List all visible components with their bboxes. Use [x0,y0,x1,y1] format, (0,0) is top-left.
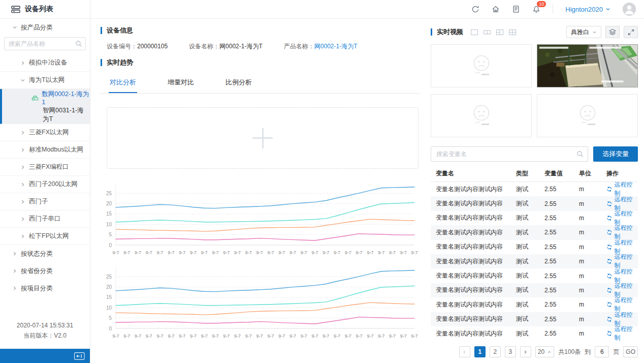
layout-grid-icon[interactable] [508,29,517,36]
svg-text:9-7: 9-7 [323,334,329,339]
home-icon[interactable] [492,5,500,13]
sidebar-category-item[interactable]: 三菱FX编程口 [0,159,90,176]
svg-text:9-7: 9-7 [190,250,197,255]
svg-text:9-7: 9-7 [311,250,318,255]
video-layout-switcher [470,29,517,36]
bell-icon[interactable]: 10 [532,5,540,13]
collapse-icon[interactable] [74,352,85,360]
svg-text:9-7: 9-7 [367,334,373,339]
layout-two-split-icon[interactable] [483,29,491,36]
sidebar-device-item[interactable]: 智网0031-1-海为T [2,106,90,124]
column-header-变量名: 变量名 [431,169,516,178]
sidebar-group-label: 按项目分类 [21,284,53,293]
user-menu[interactable]: Hignton2020 [565,6,610,13]
variable-unit-cell: m [579,301,606,308]
next-page-button[interactable] [520,346,531,357]
go-button[interactable]: GO [623,346,638,357]
layout-single-icon[interactable] [470,29,478,36]
chevron-right-icon [12,268,17,274]
svg-text:9-7: 9-7 [157,334,164,339]
tab-比例分析[interactable]: 比例分析 [224,73,253,93]
chevron-down-icon [605,7,610,12]
refresh-icon[interactable] [471,5,479,13]
sidebar-footer: 2020-07-14 15:53:31 当前版本：V2.0 [0,320,90,349]
page-button-3[interactable]: 3 [505,346,516,357]
device-info-value[interactable]: 网0002-1-海为T [314,43,358,50]
svg-text:0: 0 [109,243,112,248]
variable-unit-cell: m [579,258,606,265]
prev-page-button[interactable] [459,346,470,357]
sidebar-category-item[interactable]: 西门子 [0,193,90,210]
remote-control-icon [606,316,613,322]
add-trend-variable-box[interactable] [107,107,418,169]
sidebar-category-item[interactable]: 海为T以太网 [0,72,90,89]
sidebar-category-item[interactable]: 西门子200以太网 [0,176,90,193]
sidebar-category-item[interactable]: 西门子串口 [0,210,90,228]
sidebar-group-item[interactable]: 按状态分类 [0,245,90,262]
svg-text:9-7: 9-7 [400,250,407,255]
sidebar-group-label: 按省份分类 [21,267,53,276]
page-size-select[interactable]: 20 [535,346,554,357]
page-jump-input[interactable] [595,346,609,357]
svg-text:10: 10 [106,305,112,311]
document-icon[interactable] [512,5,520,13]
sidebar-collapse-bar[interactable] [0,349,90,363]
tab-增量对比[interactable]: 增量对比 [167,73,195,93]
variable-search-input[interactable] [431,146,588,162]
variable-name-cell: 变量名测试内容测试内容 [431,228,516,237]
svg-text:25: 25 [106,191,112,196]
chevron-down-icon [592,30,597,35]
table-row: 变量名测试内容测试内容测试2.55m 远程控制 [431,182,638,196]
select-variable-button[interactable]: 选择变量 [593,146,638,162]
sidebar-category-item[interactable]: 松下FP以太网 [0,228,90,245]
page-button-2[interactable]: 2 [490,346,501,357]
empty-video-tile[interactable] [431,94,532,137]
accent-bar [101,59,102,66]
layers-button[interactable] [605,26,620,38]
tab-对比分析[interactable]: 对比分析 [109,73,137,93]
chevron-down-icon [20,78,25,83]
sidebar-device-item[interactable]: 数网0002-1-海为1 [2,89,90,106]
no-video-placeholder-icon [467,103,496,129]
chevron-right-icon [20,234,25,239]
search-icon[interactable] [75,40,82,47]
remote-control-link[interactable]: 远程控制 [606,325,638,342]
page-button-1[interactable]: 1 [474,346,486,357]
sidebar-category-item[interactable]: 标准Modbus以太网 [0,141,90,159]
remote-control-icon [606,258,613,264]
variable-name-cell: 变量名测试内容测试内容 [431,243,516,251]
svg-text:9-7: 9-7 [389,250,396,255]
sidebar-category-label: 西门子200以太网 [29,180,78,189]
camera-video-tile[interactable] [537,44,638,87]
table-row: 变量名测试内容测试内容测试2.55m 远程控制 [431,297,638,312]
theme-select[interactable]: 典雅白 [566,26,601,38]
variable-type-cell: 测试 [516,329,544,338]
remote-control-icon [606,186,613,192]
total-count-label: 共100条 [558,348,581,356]
variable-name-cell: 变量名测试内容测试内容 [431,315,516,323]
sidebar-group-item[interactable]: 按省份分类 [0,262,90,280]
sidebar-group-by-product[interactable]: 按产品分类 [0,19,90,36]
empty-video-tile[interactable] [537,94,638,137]
device-info-value: 200000105 [137,43,168,50]
sidebar-category-item[interactable]: 三菱FX以太网 [0,124,90,141]
sidebar-category-item[interactable]: 模拟中冶设备 [0,54,90,72]
search-icon[interactable] [576,150,584,158]
sidebar-group-item[interactable]: 按项目分类 [0,280,90,297]
product-search-input[interactable] [4,37,86,50]
variable-value-cell: 2.55 [544,186,579,193]
chevron-right-icon [12,286,17,291]
svg-text:15: 15 [106,294,112,300]
remote-control-icon [606,301,613,308]
variable-type-cell: 测试 [516,185,544,194]
empty-video-tile[interactable] [431,44,532,87]
layout-three-split-icon[interactable] [496,29,504,36]
svg-text:9-7: 9-7 [157,250,164,255]
avatar[interactable] [623,3,636,16]
fullscreen-button[interactable] [624,26,638,38]
variable-type-cell: 测试 [516,243,544,251]
variable-value-cell: 2.55 [544,273,579,280]
user-name: Hignton2020 [565,6,603,13]
sidebar-category-label: 模拟中冶设备 [29,58,67,67]
svg-text:9-7: 9-7 [289,334,296,339]
